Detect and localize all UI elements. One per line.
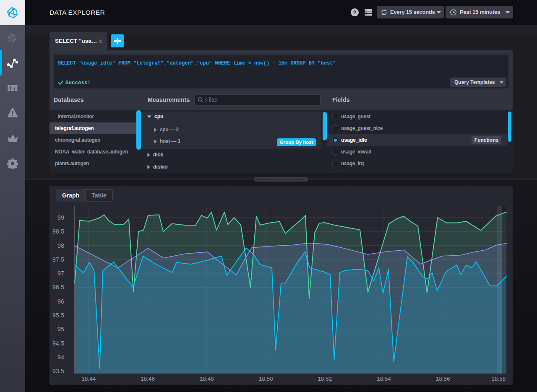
svg-text:18:48: 18:48: [200, 376, 214, 382]
svg-text:18:54: 18:54: [377, 376, 391, 382]
svg-text:98: 98: [57, 242, 64, 249]
svg-text:97.5: 97.5: [52, 256, 64, 263]
svg-text:96: 96: [57, 298, 64, 305]
svg-text:98.5: 98.5: [52, 228, 64, 235]
svg-text:94: 94: [57, 354, 64, 361]
svg-text:18:44: 18:44: [82, 376, 96, 382]
svg-text:18:52: 18:52: [318, 376, 332, 382]
svg-text:99: 99: [57, 214, 64, 221]
svg-text:94.5: 94.5: [52, 340, 64, 347]
svg-text:95: 95: [57, 326, 64, 332]
svg-text:18:56: 18:56: [436, 376, 450, 382]
svg-text:18:58: 18:58: [492, 376, 506, 382]
svg-text:96.5: 96.5: [52, 284, 64, 291]
svg-text:93.5: 93.5: [52, 368, 64, 374]
svg-text:95.5: 95.5: [52, 312, 64, 319]
svg-text:18:50: 18:50: [259, 376, 273, 382]
svg-text:97: 97: [57, 270, 64, 277]
svg-text:18:46: 18:46: [141, 376, 155, 382]
